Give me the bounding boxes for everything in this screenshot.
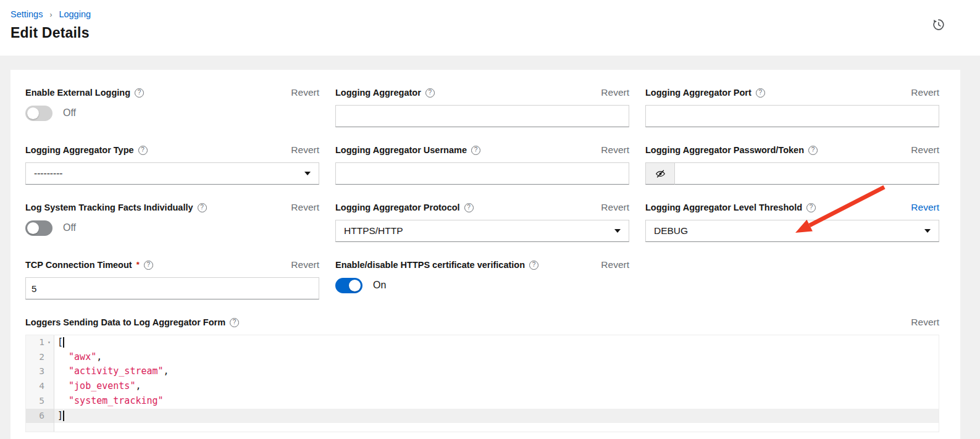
eye-slash-icon	[655, 169, 666, 179]
settings-form-card: Enable External Logging ? Revert Off Log…	[10, 70, 960, 439]
revert-button[interactable]: Revert	[601, 201, 629, 214]
toggle-state-label: Off	[63, 107, 76, 119]
loggers-code-editor[interactable]: 1▾ [ 2 "awx", 3 "activity_stream", 4 "jo…	[25, 335, 939, 432]
caret-down-icon	[614, 229, 621, 233]
field-logging-aggregator-type: Logging Aggregator Type ? Revert -------…	[25, 144, 319, 185]
logging-aggregator-protocol-select[interactable]: HTTPS/HTTP	[335, 220, 629, 242]
revert-button[interactable]: Revert	[291, 86, 319, 99]
field-label: Loggers Sending Data to Log Aggregator F…	[25, 316, 239, 328]
field-label: Enable/disable HTTPS certificate verific…	[335, 259, 538, 271]
field-enable-external-logging: Enable External Logging ? Revert Off	[25, 86, 319, 127]
revert-button[interactable]: Revert	[911, 316, 939, 328]
revert-button-active[interactable]: Revert	[911, 201, 939, 214]
toggle-knob	[27, 222, 39, 234]
line-number-gutter: 3	[26, 364, 54, 379]
field-logging-aggregator-port: Logging Aggregator Port ? Revert	[645, 86, 939, 127]
field-https-cert-verification: Enable/disable HTTPS certificate verific…	[335, 259, 629, 299]
help-icon[interactable]: ?	[144, 261, 153, 270]
https-cert-verification-toggle[interactable]	[335, 278, 362, 293]
line-number-gutter: 4	[26, 379, 54, 394]
selected-value: DEBUG	[654, 225, 688, 236]
breadcrumb-link-logging[interactable]: Logging	[59, 9, 91, 19]
code-line: 5 "system_tracking"	[26, 394, 939, 409]
code-line: 1▾ [	[26, 335, 939, 350]
revert-button[interactable]: Revert	[911, 86, 939, 99]
help-icon[interactable]: ?	[806, 203, 816, 212]
logging-aggregator-type-select[interactable]: ---------	[25, 162, 319, 185]
revert-button[interactable]: Revert	[601, 259, 629, 271]
caret-down-icon	[304, 172, 311, 175]
line-number-gutter: 5	[26, 394, 54, 409]
field-label: Logging Aggregator Password/Token ?	[645, 144, 818, 156]
toggle-state-label: Off	[63, 222, 76, 233]
breadcrumb-separator-icon: ›	[49, 10, 52, 19]
field-log-system-tracking-facts: Log System Tracking Facts Individually ?…	[25, 201, 319, 242]
line-number-gutter: 2	[26, 350, 54, 365]
help-icon[interactable]: ?	[135, 88, 144, 98]
line-number-gutter: 6	[26, 409, 54, 424]
content-area: Enable External Logging ? Revert Off Log…	[0, 56, 980, 439]
code-line-active: 6 ]	[26, 409, 939, 424]
revert-button[interactable]: Revert	[911, 144, 939, 156]
selected-value: ---------	[34, 168, 62, 179]
empty-cell	[645, 259, 939, 299]
code-line	[26, 423, 939, 432]
logging-aggregator-username-input[interactable]	[335, 162, 629, 185]
text-cursor	[63, 337, 64, 348]
field-logging-aggregator-password: Logging Aggregator Password/Token ? Reve…	[645, 144, 939, 185]
text-cursor	[63, 411, 64, 421]
log-system-tracking-toggle[interactable]	[25, 220, 52, 236]
toggle-knob	[349, 280, 361, 291]
help-icon[interactable]: ?	[464, 203, 474, 212]
field-label: TCP Connection Timeout * ?	[25, 259, 153, 271]
selected-value: HTTPS/HTTP	[344, 225, 403, 236]
logging-aggregator-port-input[interactable]	[645, 105, 939, 127]
help-icon[interactable]: ?	[808, 146, 818, 155]
field-label: Logging Aggregator ?	[335, 86, 435, 99]
help-icon[interactable]: ?	[529, 261, 538, 270]
tcp-connection-timeout-input[interactable]	[25, 277, 319, 299]
breadcrumb-link-settings[interactable]: Settings	[10, 9, 43, 19]
logging-aggregator-password-input[interactable]	[675, 162, 939, 185]
field-logging-aggregator-username: Logging Aggregator Username ? Revert	[335, 144, 629, 185]
line-number-gutter: 1▾	[26, 335, 54, 350]
settings-form: Enable External Logging ? Revert Off Log…	[25, 86, 939, 432]
field-label: Enable External Logging ?	[25, 86, 144, 99]
code-line: 3 "activity_stream",	[26, 364, 939, 379]
fold-arrow-icon[interactable]: ▾	[44, 335, 54, 350]
help-icon[interactable]: ?	[471, 146, 480, 155]
field-label: Logging Aggregator Type ?	[25, 144, 148, 156]
help-icon[interactable]: ?	[230, 318, 239, 327]
revert-button[interactable]: Revert	[291, 201, 319, 214]
code-line: 2 "awx",	[26, 350, 939, 365]
revert-button[interactable]: Revert	[601, 86, 629, 99]
toggle-state-label: On	[373, 280, 386, 291]
history-icon[interactable]	[932, 18, 945, 31]
field-logging-aggregator: Logging Aggregator ? Revert	[335, 86, 629, 127]
toggle-password-visibility-button[interactable]	[645, 162, 675, 185]
field-logging-aggregator-level-threshold: Logging Aggregator Level Threshold ? Rev…	[645, 201, 939, 242]
page-title: Edit Details	[10, 25, 965, 41]
history-icon-glyph	[932, 19, 945, 31]
enable-external-logging-toggle[interactable]	[25, 106, 52, 121]
revert-button[interactable]: Revert	[291, 144, 319, 156]
logging-aggregator-level-threshold-select[interactable]: DEBUG	[645, 220, 939, 242]
help-icon[interactable]: ?	[756, 88, 765, 98]
logging-aggregator-input[interactable]	[335, 105, 629, 127]
page-header: Settings › Logging Edit Details	[0, 0, 980, 56]
revert-button[interactable]: Revert	[291, 259, 319, 271]
field-label: Logging Aggregator Port ?	[645, 86, 765, 99]
help-icon[interactable]: ?	[138, 146, 148, 155]
code-line: 4 "job_events",	[26, 379, 939, 394]
field-label: Log System Tracking Facts Individually ?	[25, 201, 207, 214]
field-logging-aggregator-protocol: Logging Aggregator Protocol ? Revert HTT…	[335, 201, 629, 242]
caret-down-icon	[924, 229, 931, 233]
field-label: Logging Aggregator Protocol ?	[335, 201, 474, 214]
field-loggers-form: Loggers Sending Data to Log Aggregator F…	[25, 316, 939, 432]
breadcrumb: Settings › Logging	[10, 9, 965, 19]
line-number-gutter	[26, 423, 54, 432]
help-icon[interactable]: ?	[425, 88, 435, 98]
revert-button[interactable]: Revert	[601, 144, 629, 156]
toggle-knob	[27, 107, 39, 119]
help-icon[interactable]: ?	[198, 203, 207, 212]
